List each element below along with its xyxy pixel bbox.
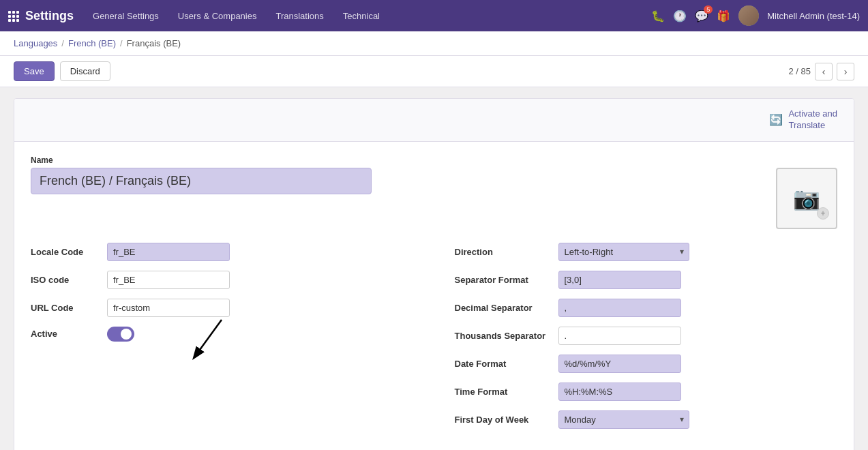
notification-badge: 5 <box>704 5 713 14</box>
url-code-input[interactable] <box>107 299 230 317</box>
direction-label: Direction <box>455 247 550 257</box>
activate-translate-label: Activate and Translate <box>788 108 837 132</box>
url-code-row: URL Code <box>31 299 414 317</box>
chat-icon[interactable]: 💬 5 <box>695 10 708 22</box>
breadcrumb-sep-2: / <box>120 38 123 48</box>
pagination: 2 / 85 ‹ › <box>788 63 854 80</box>
direction-select[interactable]: Left-to-Right Right-to-Left <box>558 243 689 261</box>
decimal-separator-input[interactable] <box>558 299 681 317</box>
card-body: Name 📷 + <box>14 142 854 243</box>
decimal-separator-row: Decimal Separator <box>455 299 838 317</box>
name-label: Name <box>31 155 749 165</box>
first-day-select-wrap: Monday Sunday Saturday <box>558 410 689 429</box>
app-title: Settings <box>25 9 74 23</box>
direction-row: Direction Left-to-Right Right-to-Left <box>455 243 838 261</box>
active-toggle-wrap <box>107 327 134 342</box>
grid-icon <box>8 11 18 21</box>
refresh-icon: 🔄 <box>769 113 783 126</box>
nav-general-settings[interactable]: General Settings <box>85 7 167 25</box>
locale-code-input[interactable] <box>107 243 230 261</box>
user-name[interactable]: Mitchell Admin (test-14) <box>767 11 860 21</box>
action-bar: Save Discard 2 / 85 ‹ › <box>0 56 868 87</box>
time-format-row: Time Format <box>455 382 838 401</box>
form-sections: Locale Code ISO code URL Code Active <box>14 243 854 450</box>
breadcrumb: Languages / French (BE) / Français (BE) <box>0 31 868 56</box>
active-label: Active <box>31 329 99 339</box>
clock-icon[interactable]: 🕐 <box>673 10 687 22</box>
arrow-annotation <box>181 313 235 368</box>
first-day-label: First Day of Week <box>455 415 550 425</box>
thousands-separator-input[interactable] <box>558 327 681 345</box>
iso-code-input[interactable] <box>107 271 230 289</box>
first-day-select[interactable]: Monday Sunday Saturday <box>558 410 689 429</box>
bug-icon[interactable]: 🐛 <box>651 10 665 22</box>
card-header: 🔄 Activate and Translate <box>14 99 854 142</box>
name-input[interactable] <box>31 168 372 194</box>
form-col-right: Direction Left-to-Right Right-to-Left Se… <box>455 243 838 438</box>
toggle-slider <box>107 327 134 342</box>
plus-icon: + <box>817 207 829 220</box>
discard-button[interactable]: Discard <box>60 61 110 81</box>
name-section: Name <box>31 155 749 229</box>
separator-format-input[interactable] <box>558 271 681 289</box>
main-nav: General Settings Users & Companies Trans… <box>85 7 640 25</box>
gift-icon[interactable]: 🎁 <box>717 10 730 22</box>
top-right-actions: 🐛 🕐 💬 5 🎁 Mitchell Admin (test-14) <box>651 5 860 26</box>
form-card: 🔄 Activate and Translate Name 📷 + <box>14 98 854 450</box>
prev-page-button[interactable]: ‹ <box>815 63 833 80</box>
page-indicator: 2 / 85 <box>788 66 811 76</box>
image-placeholder[interactable]: 📷 + <box>776 168 837 229</box>
active-toggle[interactable] <box>107 327 134 342</box>
app-logo[interactable]: Settings <box>8 9 74 23</box>
form-col-left: Locale Code ISO code URL Code Active <box>31 243 414 438</box>
activate-translate-button[interactable]: 🔄 Activate and Translate <box>764 106 843 134</box>
breadcrumb-current: Français (BE) <box>127 38 181 48</box>
user-avatar[interactable] <box>738 5 759 26</box>
save-button[interactable]: Save <box>14 61 55 81</box>
date-format-input[interactable] <box>558 355 681 373</box>
top-navigation: Settings General Settings Users & Compan… <box>0 0 868 31</box>
nav-users-companies[interactable]: Users & Companies <box>170 7 265 25</box>
separator-format-row: Separator Format <box>455 271 838 289</box>
separator-format-label: Separator Format <box>455 275 550 285</box>
breadcrumb-french-be[interactable]: French (BE) <box>68 38 116 48</box>
date-format-label: Date Format <box>455 359 550 369</box>
thousands-separator-label: Thousands Separator <box>455 331 550 341</box>
iso-code-label: ISO code <box>31 275 99 285</box>
main-content: 🔄 Activate and Translate Name 📷 + <box>0 87 868 450</box>
iso-code-row: ISO code <box>31 271 414 289</box>
first-day-row: First Day of Week Monday Sunday Saturday <box>455 410 838 429</box>
locale-code-label: Locale Code <box>31 247 99 257</box>
url-code-label: URL Code <box>31 303 99 313</box>
time-format-input[interactable] <box>558 382 681 401</box>
active-row: Active <box>31 327 414 342</box>
breadcrumb-sep-1: / <box>61 38 64 48</box>
nav-technical[interactable]: Technical <box>335 7 388 25</box>
time-format-label: Time Format <box>455 387 550 397</box>
direction-select-wrap: Left-to-Right Right-to-Left <box>558 243 689 261</box>
nav-translations[interactable]: Translations <box>267 7 331 25</box>
camera-icon: 📷 <box>793 185 820 211</box>
next-page-button[interactable]: › <box>837 63 854 80</box>
breadcrumb-languages[interactable]: Languages <box>14 38 57 48</box>
locale-code-row: Locale Code <box>31 243 414 261</box>
thousands-separator-row: Thousands Separator <box>455 327 838 345</box>
svg-line-1 <box>194 320 222 357</box>
decimal-separator-label: Decimal Separator <box>455 303 550 313</box>
date-format-row: Date Format <box>455 355 838 373</box>
